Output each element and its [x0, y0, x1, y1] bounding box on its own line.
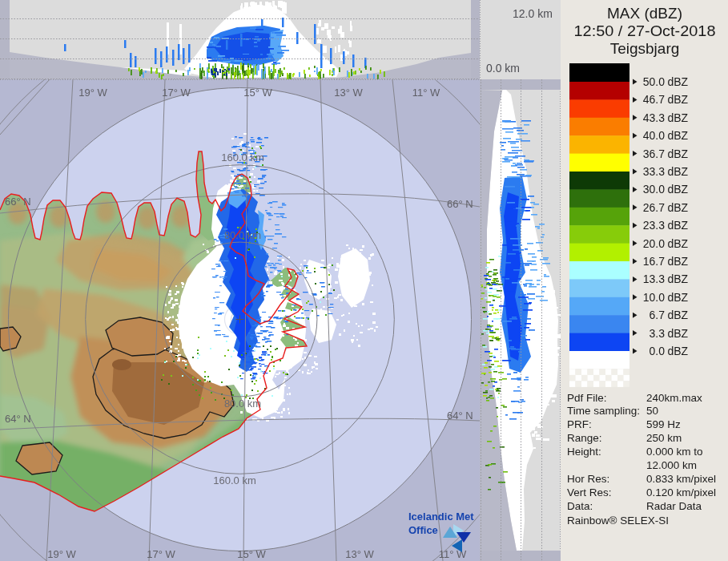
svg-text:26.7: 26.7	[643, 201, 665, 214]
svg-text:dBZ: dBZ	[668, 165, 689, 178]
svg-text:dBZ: dBZ	[668, 147, 689, 160]
svg-text:dBZ: dBZ	[668, 255, 689, 268]
svg-text:66° N: 66° N	[447, 198, 473, 210]
svg-text:15° W: 15° W	[243, 87, 272, 99]
svg-text:13.3: 13.3	[643, 272, 665, 285]
svg-text:30.0: 30.0	[643, 183, 665, 196]
svg-text:599 Hz: 599 Hz	[646, 418, 681, 430]
svg-text:0.833 km/pixel: 0.833 km/pixel	[646, 473, 716, 485]
svg-text:43.3: 43.3	[643, 111, 665, 124]
svg-text:dBZ: dBZ	[668, 183, 689, 196]
svg-text:66° N: 66° N	[5, 196, 31, 208]
svg-text:33.3: 33.3	[643, 165, 665, 178]
svg-text:dBZ: dBZ	[668, 219, 689, 232]
svg-text:50.0: 50.0	[643, 75, 665, 88]
svg-text:12.000 km: 12.000 km	[646, 459, 697, 471]
svg-text:dBZ: dBZ	[668, 93, 689, 106]
svg-text:dBZ: dBZ	[668, 111, 689, 124]
svg-text:dBZ: dBZ	[668, 291, 689, 304]
svg-text:dBZ: dBZ	[668, 75, 689, 88]
svg-text:Office: Office	[408, 524, 438, 536]
svg-text:23.3: 23.3	[643, 219, 665, 232]
svg-text:Range:: Range:	[567, 432, 602, 444]
svg-text:Time sampling:: Time sampling:	[567, 405, 640, 417]
svg-text:11° W: 11° W	[412, 87, 440, 99]
svg-text:dBZ: dBZ	[668, 201, 689, 214]
svg-text:Height:: Height:	[567, 446, 601, 458]
svg-text:0.000 km to: 0.000 km to	[646, 446, 703, 458]
svg-text:46.7: 46.7	[643, 93, 665, 106]
svg-text:50: 50	[646, 405, 658, 417]
svg-text:19° W: 19° W	[47, 548, 76, 560]
svg-text:Pdf File:: Pdf File:	[567, 392, 607, 404]
svg-text:80.0 km: 80.0 km	[224, 229, 261, 241]
svg-text:PRF:: PRF:	[567, 418, 592, 430]
svg-text:17° W: 17° W	[162, 87, 191, 99]
svg-text:12.0 km: 12.0 km	[513, 7, 553, 20]
svg-text:Rainbow® SELEX-SI: Rainbow® SELEX-SI	[567, 515, 669, 527]
svg-text:Vert Res:: Vert Res:	[567, 486, 612, 498]
svg-text:dBZ: dBZ	[668, 327, 689, 340]
svg-text:0.0 km: 0.0 km	[486, 62, 520, 75]
svg-text:19° W: 19° W	[78, 87, 107, 99]
svg-text:240km.max: 240km.max	[646, 392, 702, 404]
svg-text:dBZ: dBZ	[668, 345, 689, 357]
svg-text:250 km: 250 km	[646, 432, 682, 444]
svg-text:36.7: 36.7	[643, 147, 665, 160]
svg-text:Icelandic Met: Icelandic Met	[408, 511, 474, 523]
svg-text:dBZ: dBZ	[668, 129, 689, 142]
svg-text:40.0: 40.0	[643, 129, 665, 142]
svg-text:11° W: 11° W	[439, 548, 467, 560]
svg-text:64° N: 64° N	[447, 410, 473, 422]
svg-text:Radar Data: Radar Data	[646, 500, 702, 512]
svg-text:20.0: 20.0	[643, 237, 665, 250]
svg-text:10.0: 10.0	[643, 291, 665, 304]
svg-text:15° W: 15° W	[237, 548, 266, 560]
svg-text:Data:: Data:	[567, 500, 593, 512]
svg-text:Teigsbjarg: Teigsbjarg	[610, 40, 680, 57]
svg-text:0.120 km/pixel: 0.120 km/pixel	[646, 486, 716, 498]
svg-text:80.0 km: 80.0 km	[224, 398, 261, 410]
svg-text:160.0 km: 160.0 km	[221, 151, 263, 163]
svg-text:dBZ: dBZ	[668, 272, 689, 285]
svg-text:dBZ: dBZ	[668, 237, 689, 250]
svg-text:160.0 km: 160.0 km	[213, 474, 255, 486]
svg-text:dBZ: dBZ	[668, 309, 689, 321]
svg-text:MAX (dBZ): MAX (dBZ)	[607, 5, 682, 22]
svg-text:3.3: 3.3	[650, 327, 666, 340]
svg-text:13° W: 13° W	[334, 87, 363, 99]
svg-text:16.7: 16.7	[643, 255, 665, 268]
svg-text:64° N: 64° N	[5, 413, 31, 425]
svg-text:17° W: 17° W	[147, 548, 175, 560]
svg-text:Hor Res:: Hor Res:	[567, 473, 609, 485]
svg-text:13° W: 13° W	[345, 548, 374, 560]
svg-text:6.7: 6.7	[650, 309, 666, 321]
svg-text:0.0: 0.0	[650, 345, 666, 357]
svg-text:12:50 / 27-Oct-2018: 12:50 / 27-Oct-2018	[574, 22, 716, 39]
